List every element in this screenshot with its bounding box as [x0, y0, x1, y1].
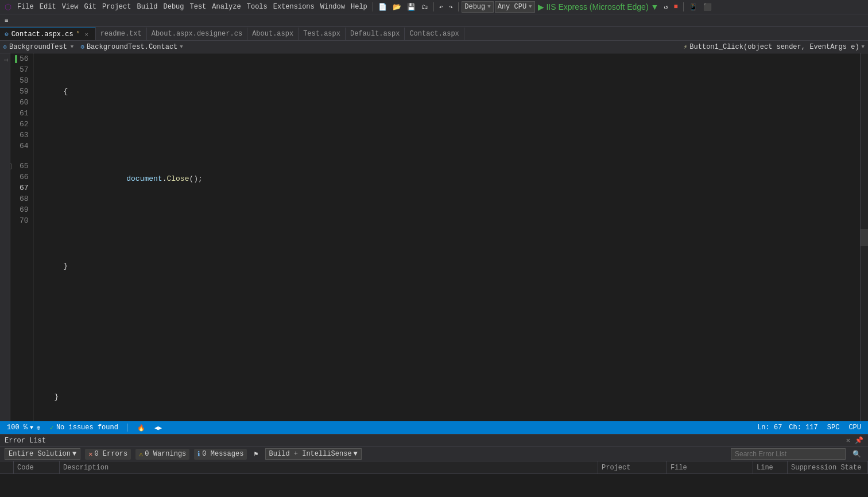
run-button[interactable]: ▶ IIS Express (Microsoft Edge) ▼: [536, 2, 661, 11]
error-search-input[interactable]: [731, 448, 846, 460]
build-filter-dropdown[interactable]: Build + IntelliSense ▼: [265, 448, 362, 460]
arrow-item[interactable]: ◀▶: [152, 421, 164, 434]
message-count: 0 Messages: [202, 450, 243, 458]
col-suppress-header[interactable]: Suppression State: [788, 461, 868, 474]
method-dropdown[interactable]: ⚡ Button1_Click(object sender, EventArgs…: [638, 43, 868, 51]
line-66: 66: [20, 172, 29, 183]
menu-edit[interactable]: Edit: [37, 2, 59, 12]
class-dropdown-icon: ⚙: [80, 43, 84, 51]
col-code-header[interactable]: Code: [14, 461, 60, 474]
cpu-label: Any CPU: [498, 3, 526, 11]
warnings-badge[interactable]: ⚠ 0 Warnings: [135, 449, 189, 460]
debug-dropdown-arrow: ▼: [487, 4, 490, 10]
col-project-header[interactable]: Project: [598, 461, 667, 474]
col-file-header[interactable]: File: [667, 461, 753, 474]
breakpoints-icon[interactable]: ⬛: [701, 2, 714, 13]
menu-debug[interactable]: Debug: [161, 2, 186, 12]
collapse-65[interactable]: −: [10, 164, 11, 169]
warning-count: 0 Warnings: [145, 450, 186, 458]
class-dropdown-center[interactable]: ⚙ BackgroundTest.Contact ▼: [77, 43, 638, 51]
col-line-header[interactable]: Line: [753, 461, 788, 474]
menu-project[interactable]: Project: [100, 2, 133, 12]
errors-badge[interactable]: ✕ 0 Errors: [85, 449, 131, 460]
zoom-fit-icon[interactable]: ⊕: [37, 424, 41, 432]
brace-56: {: [64, 86, 68, 97]
tab-about-aspx[interactable]: About.aspx: [247, 28, 299, 40]
tab-label-test-aspx: Test.aspx: [303, 30, 340, 38]
search-go-btn[interactable]: 🔍: [850, 449, 863, 460]
vs-logo[interactable]: ⬡: [2, 1, 14, 13]
line-67: 67: [20, 183, 29, 193]
stop-icon[interactable]: ■: [672, 2, 680, 12]
editor-content[interactable]: 56 57 58 59 60 61 62 63 64: [10, 53, 868, 421]
class-dropdown[interactable]: ⚙ BackgroundTest ▼: [0, 41, 77, 53]
code-text[interactable]: { document.Close(); }: [34, 53, 860, 421]
filter-dropdown[interactable]: Entire Solution ▼: [5, 448, 80, 460]
menu-bar: ⬡ File Edit View Git Project Build Debug…: [0, 0, 868, 14]
menu-build[interactable]: Build: [134, 2, 160, 12]
menu-git[interactable]: Git: [82, 2, 99, 12]
device-icon[interactable]: 📱: [687, 2, 700, 13]
minimap: [860, 53, 868, 421]
sidebar-toolbox-icon[interactable]: T: [1, 56, 10, 65]
pin-icon[interactable]: 📌: [855, 436, 863, 445]
gutter-65[interactable]: −: [13, 161, 20, 172]
scroll-indicator: [861, 229, 868, 246]
info-icon: ℹ: [197, 450, 200, 459]
solution-explorer-icon[interactable]: ≡: [2, 16, 11, 25]
zoom-icon: ▼: [30, 425, 33, 431]
cpu-dropdown[interactable]: Any CPU ▼: [495, 1, 535, 13]
toolbar-sep-3: [458, 2, 459, 11]
gutter-67[interactable]: [13, 183, 20, 193]
redo-btn[interactable]: ↷: [447, 2, 455, 13]
menu-window[interactable]: Window: [318, 2, 347, 12]
check-icon: ✓: [50, 424, 54, 432]
menu-file[interactable]: File: [15, 2, 36, 12]
open-icon[interactable]: 📂: [390, 2, 404, 13]
menu-test[interactable]: Test: [188, 2, 209, 12]
save-all-icon[interactable]: 🗂: [419, 2, 431, 13]
spc-item[interactable]: SPC: [825, 421, 842, 434]
menu-help[interactable]: Help: [348, 2, 370, 12]
menu-tools[interactable]: Tools: [245, 2, 270, 12]
col-desc-header[interactable]: Description: [60, 461, 598, 474]
tab-about-designer[interactable]: About.aspx.designer.cs: [147, 28, 247, 40]
messages-badge[interactable]: ℹ 0 Messages: [194, 449, 247, 460]
undo-btn[interactable]: ↶: [437, 2, 445, 13]
toolbar-sep-4: [683, 2, 684, 11]
menu-extensions[interactable]: Extensions: [271, 2, 317, 12]
filter-btn[interactable]: ⚑: [251, 449, 260, 460]
restart-icon[interactable]: ↺: [661, 2, 670, 13]
run-label: ▶ IIS Express (Microsoft Edge) ▼: [538, 2, 659, 11]
tab-readme[interactable]: readme.txt: [96, 28, 147, 40]
doc-close-58: document.Close();: [73, 162, 203, 195]
error-icon: ✕: [88, 450, 92, 459]
editor-container: 56 57 58 59 60 61 62 63 64: [10, 53, 868, 421]
tab-label-contact-aspx: Contact.aspx: [409, 30, 459, 38]
new-project-icon[interactable]: 📄: [376, 2, 389, 13]
fire-icon-item[interactable]: 🔥: [135, 421, 148, 434]
tab-test-aspx[interactable]: Test.aspx: [299, 28, 346, 40]
col-type-header[interactable]: [0, 461, 14, 474]
method-icon: ⚡: [684, 43, 688, 51]
close-panel-icon[interactable]: ✕: [846, 436, 850, 445]
spc-label: SPC: [827, 424, 840, 432]
ln-ch-item[interactable]: Ln: 67 Ch: 117: [755, 421, 820, 434]
cpu-item[interactable]: CPU: [846, 421, 863, 434]
issues-item[interactable]: ✓ No issues found: [48, 421, 121, 434]
menu-analyze[interactable]: Analyze: [210, 2, 243, 12]
tab-contact-aspx-cs[interactable]: ⚙ Contact.aspx.cs * ✕: [0, 28, 96, 40]
save-icon[interactable]: 💾: [405, 2, 418, 13]
status-bar: 100 % ▼ ⊕ ✓ No issues found 🔥 ◀▶ Ln: 67 …: [0, 421, 868, 434]
tab-default-aspx[interactable]: Default.aspx: [346, 28, 405, 40]
ln-label: Ln: 67: [757, 424, 782, 432]
line-60: 60: [20, 97, 29, 108]
zoom-item[interactable]: 100 % ▼ ⊕: [5, 421, 43, 434]
tab-close-btn[interactable]: ✕: [83, 30, 91, 38]
debug-dropdown[interactable]: Debug ▼: [462, 1, 493, 13]
tab-contact-aspx[interactable]: Contact.aspx: [405, 28, 464, 40]
menu-view[interactable]: View: [60, 2, 81, 12]
gutter-56[interactable]: [13, 53, 20, 64]
code-line-61: [36, 304, 858, 315]
main-area: T 56 57 58 59 60 61: [0, 53, 868, 421]
